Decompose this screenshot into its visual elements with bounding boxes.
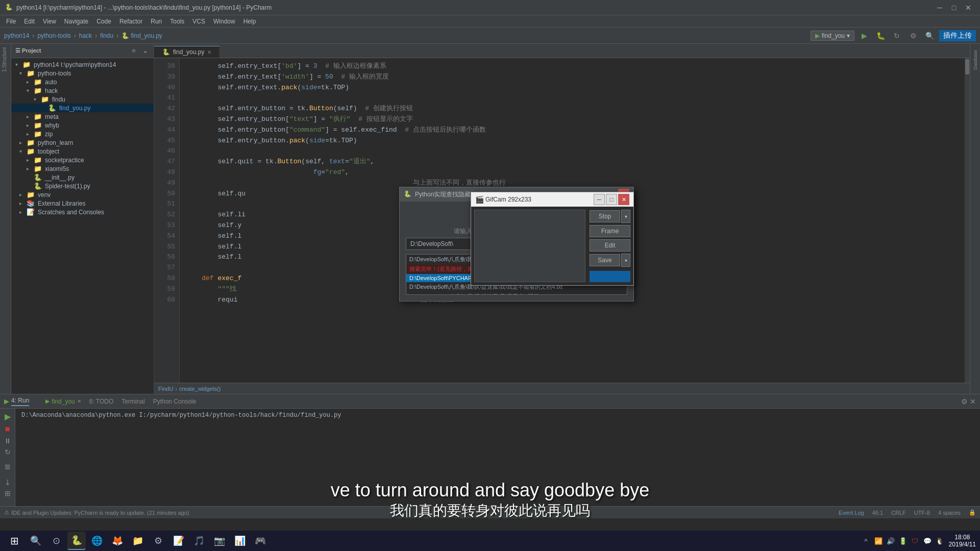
tree-init-py[interactable]: 🐍 __init__.py — [11, 173, 154, 182]
tree-zip[interactable]: ▸ 📁 zip — [11, 130, 154, 138]
taskbar-browser1[interactable]: 🌐 — [88, 532, 106, 550]
todo-tab[interactable]: 6: TODO — [89, 396, 114, 407]
menu-refactor[interactable]: Refactor — [115, 17, 146, 26]
tree-meta[interactable]: ▸ 📁 meta — [11, 112, 154, 121]
run-pause-icon[interactable]: ⏸ — [4, 437, 11, 445]
tray-network[interactable]: 📶 — [873, 536, 884, 546]
tray-volume[interactable]: 🔊 — [886, 536, 896, 546]
terminal-tab[interactable]: Terminal — [121, 396, 144, 407]
menu-vcs[interactable]: VCS — [188, 17, 209, 26]
run-tab-label[interactable]: 4: Run — [11, 397, 29, 406]
gifcam-close[interactable]: ✕ — [618, 194, 629, 205]
breadcrumb-hack[interactable]: hack — [79, 32, 92, 39]
status-update-text[interactable]: IDE and Plugin Updates: PyCharm is ready… — [11, 510, 189, 516]
panel-close-icon[interactable]: ✕ — [970, 397, 976, 406]
taskbar-app6[interactable]: 📊 — [231, 532, 249, 550]
search-button[interactable]: 🔍 — [923, 30, 936, 41]
menu-code[interactable]: Code — [92, 17, 115, 26]
tree-external-libs[interactable]: ▸ 📚 External Libraries — [11, 199, 154, 208]
tree-hack[interactable]: ▾ 📁 hack — [11, 86, 154, 95]
gifcam-frame-button[interactable]: Frame — [590, 225, 630, 237]
upload-button[interactable]: 插件上传 — [939, 30, 976, 41]
menu-navigate[interactable]: Navigate — [60, 17, 92, 26]
tree-toobject[interactable]: ▾ 📁 toobject — [11, 147, 154, 156]
taskbar-pycharm[interactable]: 🐍 — [67, 532, 86, 550]
tray-battery[interactable]: 🔋 — [898, 536, 908, 546]
run-tree-icon[interactable]: ⊞ — [5, 489, 11, 497]
taskbar-app5[interactable]: 📷 — [210, 532, 229, 550]
taskbar-browser2[interactable]: 🦊 — [108, 532, 127, 550]
tray-wechat[interactable]: 💬 — [922, 536, 933, 546]
run-play-icon[interactable]: ▶ — [5, 412, 11, 421]
menu-window[interactable]: Window — [209, 17, 239, 26]
gifcam-minimize[interactable]: ─ — [594, 194, 605, 205]
breadcrumb-tools[interactable]: python-tools — [37, 32, 70, 39]
tree-scratches[interactable]: ▸ 📝 Scratches and Consoles — [11, 208, 154, 216]
run-scroll-end-icon[interactable]: ⤓ — [5, 478, 11, 486]
tree-find-you-py[interactable]: 🐍 find_you.py — [11, 104, 154, 112]
run-instance-label[interactable]: find_you — [52, 398, 75, 405]
gifcam-save-dropdown[interactable]: ▾ — [621, 254, 630, 267]
close-button[interactable]: ✕ — [962, 3, 975, 13]
listbox-item-4[interactable]: D:\DevelopSoft\八爪鱼\我\玩\捉迷藏\我\我是小H视频3.mp4 — [406, 292, 627, 295]
tree-venv[interactable]: ▸ 📁 venv — [11, 190, 154, 199]
menu-view[interactable]: View — [39, 17, 60, 26]
clock[interactable]: 18:08 2019/4/11 — [949, 534, 976, 548]
tree-auto[interactable]: ▸ 📁 auto — [11, 78, 154, 86]
tree-findu[interactable]: ▾ 📁 findu — [11, 95, 154, 104]
taskbar-app2[interactable]: ⚙ — [149, 532, 167, 550]
breadcrumb-file[interactable]: 🐍 find_you.py — [121, 32, 162, 39]
maximize-button[interactable]: □ — [947, 3, 961, 13]
menu-tools[interactable]: Tools — [166, 17, 188, 26]
run-rerun-icon[interactable]: ↻ — [5, 448, 11, 456]
taskbar-app3[interactable]: 📝 — [169, 532, 188, 550]
menu-help[interactable]: Help — [239, 17, 260, 26]
settings-button[interactable]: ⚙ — [906, 30, 920, 41]
taskbar-app1[interactable]: 📁 — [129, 532, 147, 550]
debug-button[interactable]: 🐛 — [874, 30, 887, 41]
gifcam-save-button[interactable]: Save — [590, 254, 620, 266]
tray-antivirus[interactable]: 🛡 — [910, 536, 920, 546]
tree-python-learn[interactable]: ▸ 📁 python_learn — [11, 138, 154, 147]
run-list-icon[interactable]: ≡ — [5, 461, 11, 473]
breadcrumb-findu[interactable]: findu — [100, 32, 113, 39]
taskbar-search[interactable]: 🔍 — [27, 532, 45, 550]
run-close-icon[interactable]: ✕ — [77, 398, 81, 404]
database-label[interactable]: Database — [973, 50, 978, 70]
gifcam-maximize[interactable]: □ — [606, 194, 617, 205]
run-config-dropdown[interactable]: ▶ find_you ▾ — [811, 31, 854, 41]
menu-file[interactable]: File — [2, 17, 20, 26]
panel-settings-icon[interactable]: ≡ — [129, 46, 138, 56]
minimize-button[interactable]: ─ — [933, 3, 946, 13]
tree-python-tools[interactable]: ▾ 📁 python-tools — [11, 69, 154, 78]
tray-expand[interactable]: ^ — [861, 536, 871, 546]
refresh-button[interactable]: ↻ — [890, 30, 903, 41]
tab-close-icon[interactable]: ✕ — [207, 49, 211, 55]
taskbar-cortana[interactable]: ⊙ — [47, 532, 65, 550]
vtab-structure[interactable]: 1:Structure — [0, 44, 11, 75]
python-console-tab[interactable]: Python Console — [153, 396, 197, 407]
tree-xiaomi5s[interactable]: ▸ 📁 xiaomi5s — [11, 164, 154, 173]
breadcrumb-project[interactable]: python14 — [4, 32, 29, 39]
tree-spider-test[interactable]: 🐍 Spider-test(1).py — [11, 182, 154, 190]
tray-qq[interactable]: 🐧 — [935, 536, 945, 546]
gifcam-stop-dropdown[interactable]: ▾ — [621, 210, 630, 223]
editor-tab-find-you[interactable]: 🐍 find_you.py ✕ — [154, 46, 220, 58]
tree-socketpractice[interactable]: ▸ 📁 socketpractice — [11, 156, 154, 164]
taskbar-app4[interactable]: 🎵 — [190, 532, 208, 550]
run-stop-icon[interactable]: ■ — [5, 424, 10, 434]
panel-expand-icon[interactable]: ⌄ — [140, 46, 150, 56]
gifcam-dialog[interactable]: 🎬 GifCam 292x233 ─ □ ✕ Stop ▾ — [471, 192, 634, 286]
menu-edit[interactable]: Edit — [20, 17, 39, 26]
tree-root[interactable]: ▾ 📁 python14 I:\pycharm\python14 — [11, 60, 154, 69]
gifcam-edit-button[interactable]: Edit — [590, 239, 630, 252]
taskbar-app7[interactable]: 🎮 — [251, 532, 270, 550]
status-event-log[interactable]: Event Log — [839, 510, 864, 516]
start-button[interactable]: ⊞ — [4, 531, 24, 550]
run-button[interactable]: ▶ — [857, 30, 871, 41]
editor-scrollbar[interactable] — [965, 58, 970, 383]
gifcam-stop-button[interactable]: Stop — [590, 210, 620, 222]
panel-settings-icon[interactable]: ⚙ — [961, 397, 968, 406]
tree-whyb[interactable]: ▸ 📁 whyb — [11, 121, 154, 130]
menu-run[interactable]: Run — [146, 17, 166, 26]
